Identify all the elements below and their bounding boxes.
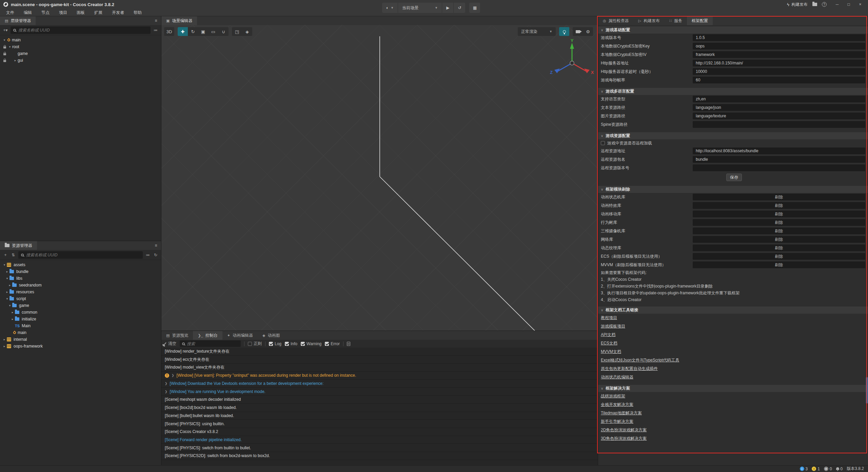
hierarchy-filter-icon[interactable]: ≔	[153, 28, 158, 33]
log-row-info[interactable]: ❯ [Window] Download the Vue Devtools ext…	[161, 380, 598, 388]
expand-arrow-icon[interactable]: ❯	[165, 382, 167, 385]
asset-node-common[interactable]: ▸ common	[0, 309, 161, 316]
remove-move-button[interactable]: 剔除	[693, 211, 865, 217]
checkbox-checked[interactable]	[301, 342, 305, 346]
log-file-icon[interactable]	[347, 342, 350, 346]
remove-animator-button[interactable]: 剔除	[693, 194, 865, 200]
menu-file[interactable]: 文件	[1, 9, 19, 16]
expand-arrow-icon[interactable]: ❯	[172, 374, 174, 377]
checkbox-unchecked[interactable]	[248, 342, 252, 346]
log-row[interactable]: [Window] model_view文件夹存在	[161, 363, 598, 372]
caret-collapsed-icon[interactable]: ▸	[10, 311, 15, 314]
log-row[interactable]: [Scene] [PHYSICS2D]: switch from box2d-w…	[161, 452, 598, 460]
menu-node[interactable]: 节点	[37, 9, 54, 16]
platform-select-button[interactable]: ◐▼	[382, 3, 398, 13]
build-publish-button[interactable]: ϟ 构建发布	[787, 2, 808, 7]
caret-expanded-icon[interactable]: ▾	[7, 45, 12, 48]
caret-collapsed-icon[interactable]: ▸	[7, 283, 12, 287]
section-language-config[interactable]: ∨ 游戏多语言配置	[598, 88, 868, 95]
link-ecs-docs[interactable]: ECS文档	[598, 339, 868, 348]
statusbar-notifications[interactable]: 0	[836, 467, 843, 471]
preview-qr-button[interactable]: ▦	[469, 3, 480, 13]
hierarchy-menu-icon[interactable]: ≡	[151, 16, 161, 25]
link-animator-editor[interactable]: 动画状态机编辑器	[598, 373, 868, 381]
section-doc-links[interactable]: ∨ 框架文档工具链接	[598, 307, 868, 314]
link-tiledmap-solution[interactable]: Tiledmap地图解决方案	[598, 409, 868, 417]
render-mode-select[interactable]: 正常渲染 ▼	[518, 27, 556, 36]
remove-behavior-tree-button[interactable]: 剔除	[693, 219, 865, 226]
game-version-input[interactable]	[693, 34, 865, 41]
inspector-scrollbar[interactable]	[866, 377, 868, 404]
assets-menu-icon[interactable]: ≡	[151, 241, 161, 250]
lock-icon[interactable]	[2, 45, 7, 48]
crypto-key-input[interactable]	[693, 43, 865, 50]
remove-mvvm-button[interactable]: 剔除	[693, 261, 865, 268]
remove-ecs-button[interactable]: 剔除	[693, 253, 865, 260]
remote-load-checkbox[interactable]	[601, 141, 605, 145]
link-excel-tool[interactable]: Excel格式转Json文件与TypeScript代码工具	[598, 356, 868, 365]
asset-node-game[interactable]: ▾ game	[0, 302, 161, 309]
log-row[interactable]: [Window] ecs文件夹存在	[161, 356, 598, 364]
filter-warning-checkbox[interactable]: Warning	[301, 341, 321, 346]
link-hotupdate-plugin[interactable]: 原生包热更新配置自动生成插件	[598, 365, 868, 373]
open-project-folder-button[interactable]	[812, 3, 817, 6]
play-button[interactable]: ▶	[442, 3, 454, 13]
filter-error-checkbox[interactable]: Error	[325, 341, 340, 346]
menu-help[interactable]: 帮助	[129, 9, 146, 16]
link-api-docs[interactable]: API文档	[598, 331, 868, 339]
mode-3d-button[interactable]: 3D	[164, 27, 174, 36]
link-fullstack-solution[interactable]: 全栈开发解决方案	[598, 400, 868, 409]
section-module-trim[interactable]: ∨ 框架模块剔除	[598, 186, 868, 193]
menu-edit[interactable]: 编辑	[19, 9, 37, 16]
assets-refresh-icon[interactable]: ↻	[153, 253, 158, 257]
rotate-tool-button[interactable]: ↻	[188, 27, 198, 36]
console-search-input[interactable]	[187, 341, 238, 346]
maximize-button[interactable]: □	[843, 0, 854, 9]
caret-expanded-icon[interactable]: ▾	[5, 297, 9, 300]
section-resource-config[interactable]: ∨ 游戏资源配置	[598, 132, 868, 139]
menu-panel[interactable]: 面板	[72, 9, 90, 16]
filter-info-checkbox[interactable]: Info	[285, 341, 297, 346]
tree-node-root[interactable]: ▾ root	[0, 43, 161, 50]
create-asset-button[interactable]: +	[3, 253, 8, 257]
scale-tool-button[interactable]: ▣	[198, 27, 208, 36]
caret-expanded-icon[interactable]: ▾	[2, 38, 7, 42]
assets-filter-icon[interactable]: ≔	[145, 253, 151, 257]
menu-extension[interactable]: 扩展	[90, 9, 107, 16]
link-guide-solution[interactable]: 新手引导解决方案	[598, 417, 868, 426]
asset-node-bundle[interactable]: ▸ bundle	[0, 268, 161, 275]
log-row[interactable]: [Scene] [bullet]:bullet wasm lib loaded.	[161, 412, 598, 420]
remove-camera-button[interactable]: 剔除	[693, 228, 865, 234]
regex-checkbox[interactable]: 正则	[248, 341, 262, 347]
asset-node-seedrandom[interactable]: ▸ seedrandom	[0, 282, 161, 289]
scene-settings-button[interactable]: ⚙	[583, 27, 593, 36]
pivot-toggle-button[interactable]: ◳	[232, 27, 242, 36]
http-timeout-input[interactable]	[693, 68, 865, 75]
log-row-warning[interactable]: ! ❯ [Window] [Vue warn]: Property "onInp…	[161, 372, 598, 380]
remote-res-url-input[interactable]	[693, 148, 865, 154]
tab-console[interactable]: ❯_ 控制台	[193, 331, 222, 340]
filter-log-checkbox[interactable]: Log	[269, 341, 281, 346]
caret-collapsed-icon[interactable]: ▸	[13, 59, 18, 62]
expand-arrow-icon[interactable]: ❯	[165, 390, 167, 393]
image-res-path-input[interactable]	[693, 113, 865, 119]
menu-project[interactable]: 项目	[54, 9, 72, 16]
remove-render-texture-button[interactable]: 剔除	[693, 244, 865, 251]
remote-res-version-input[interactable]	[693, 164, 865, 171]
coordinate-toggle-button[interactable]: ◈	[242, 27, 252, 36]
statusbar-info[interactable]: i 3	[800, 467, 808, 471]
minimize-button[interactable]: ─	[831, 0, 843, 9]
assets-tab[interactable]: 资源管理器	[0, 241, 37, 250]
sort-assets-icon[interactable]: ⇅	[11, 253, 16, 257]
remote-bundle-name-input[interactable]	[693, 156, 865, 163]
lighting-toggle-button[interactable]	[559, 27, 569, 36]
caret-expanded-icon[interactable]: ▾	[5, 277, 9, 280]
scene-viewport[interactable]: 3D ✚ ↻ ▣ ▭ ∪ ◳ ◈ 正常渲染 ▼ ⚙	[161, 25, 598, 331]
log-row-info[interactable]: [Scene] Forward render pipeline initiali…	[161, 436, 598, 444]
section-solutions[interactable]: ∨ 框架解决方案	[598, 385, 868, 392]
scene-editor-tab[interactable]: ▣ 场景编辑器	[161, 16, 197, 25]
menu-developer[interactable]: 开发者	[107, 9, 129, 16]
tree-node-game[interactable]: game	[0, 50, 161, 57]
section-basic-config[interactable]: ∨ 游戏基础配置	[598, 26, 868, 34]
checkbox-checked[interactable]	[269, 342, 273, 346]
